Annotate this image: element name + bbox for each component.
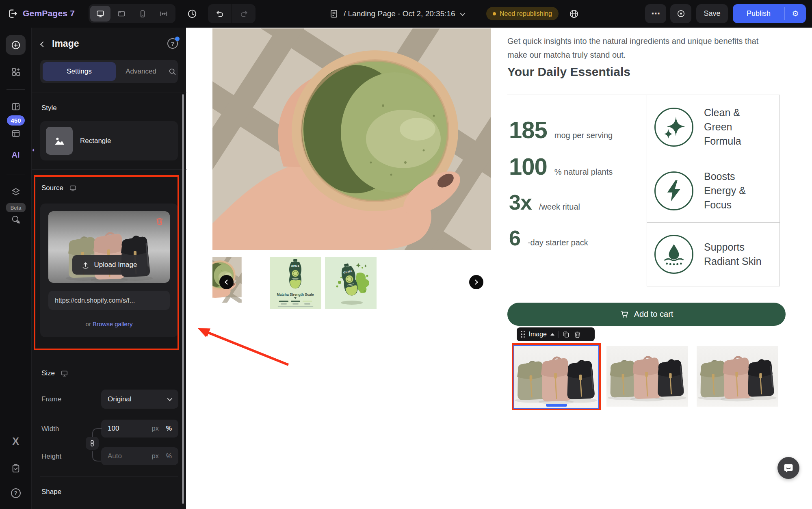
style-value: Rectangle [80, 137, 111, 145]
stat-label: /week ritual [539, 202, 580, 212]
feature-title: Clean & Green Formula [704, 106, 753, 148]
upload-image-button[interactable]: Upload Image [72, 255, 146, 275]
add-to-cart-button[interactable]: Add to cart [507, 303, 786, 326]
browse-gallery-link[interactable]: Browse gallery [93, 321, 132, 327]
brand-title: GemPages 7 [23, 9, 75, 18]
thumb-splash-image [325, 257, 377, 309]
breadcrumb[interactable]: / Landing Page - Oct 2, 20:35:16 [329, 7, 464, 20]
image-url-input[interactable] [55, 297, 163, 304]
source-card: Upload Image or Browse gallery [40, 204, 178, 337]
gempages-logo-icon[interactable] [7, 8, 18, 19]
preview-button[interactable] [670, 4, 691, 23]
undo-redo-group [208, 4, 256, 23]
link-dimensions-toggle[interactable] [86, 437, 99, 450]
ai-tool-button[interactable]: AI [0, 150, 31, 160]
width-unit-px[interactable]: px [152, 425, 159, 432]
sparkle-icon [31, 148, 35, 152]
divider [558, 331, 559, 338]
width-field[interactable]: px % [101, 420, 178, 438]
delete-icon[interactable] [574, 331, 581, 338]
selected-image-frame [513, 345, 599, 409]
blocks-icon[interactable] [11, 67, 21, 77]
thumb-pouch-image: Matcha Strength Scale [270, 257, 321, 309]
height-unit-percent[interactable]: % [166, 453, 172, 460]
stat-label: mog per serving [554, 131, 613, 140]
stat-row[interactable]: 185 mog per serving [509, 116, 613, 143]
gear-icon: ⚙ [792, 9, 799, 18]
image-url-field[interactable] [48, 291, 170, 310]
feature-card-radiant-skin[interactable]: Supports Radiant Skin [647, 222, 780, 286]
x-app-icon[interactable]: X [12, 435, 19, 447]
drag-handle-icon[interactable] [521, 331, 525, 338]
frame-dropdown[interactable]: Original [101, 390, 178, 409]
bolt-icon [654, 171, 693, 210]
section-heading[interactable]: Your Daily Essentials [507, 65, 630, 79]
product-image-2[interactable] [606, 346, 688, 407]
chat-widget-button[interactable] [777, 457, 799, 479]
panel-help-button[interactable]: ? [167, 38, 178, 49]
tab-settings[interactable]: Settings [43, 62, 116, 81]
search-icon[interactable] [168, 67, 177, 76]
pages-icon[interactable] [11, 102, 21, 112]
device-responsive-icon[interactable] [154, 6, 174, 22]
feature-card-clean-green[interactable]: Clean & Green Formula [647, 95, 780, 159]
stats-list[interactable]: 185 mog per serving 100 % natural plants… [507, 95, 647, 286]
layers-icon[interactable] [11, 187, 21, 197]
stat-value: 185 [509, 116, 547, 143]
carousel-next-button[interactable] [469, 275, 483, 289]
globe-icon[interactable] [569, 9, 579, 19]
stat-row[interactable]: 6 -day starter pack [509, 226, 588, 250]
device-tablet-icon[interactable] [111, 6, 132, 22]
history-icon[interactable] [187, 9, 197, 19]
height-field[interactable]: px % [101, 447, 178, 465]
device-mobile-icon[interactable] [132, 6, 153, 22]
publish-button[interactable]: Publish [733, 4, 784, 23]
width-input[interactable] [108, 425, 139, 433]
image-preview[interactable]: Upload Image [48, 211, 170, 283]
height-unit-px[interactable]: px [152, 453, 159, 460]
back-button[interactable] [40, 41, 46, 47]
duplicate-icon[interactable] [562, 331, 570, 338]
tab-advanced[interactable]: Advanced [118, 62, 164, 81]
resize-handle[interactable] [546, 404, 567, 407]
divider [40, 476, 178, 477]
gallery-thumb-pouch-splash[interactable] [325, 257, 377, 309]
style-selector[interactable]: Rectangle [40, 121, 178, 160]
element-type-label: Image [529, 331, 547, 338]
beta-badge: Beta [6, 203, 26, 212]
help-button[interactable]: ? [11, 488, 21, 498]
or-label: or [86, 321, 91, 327]
save-label: Save [704, 9, 720, 18]
height-input[interactable] [108, 452, 139, 460]
product-image-3[interactable] [697, 346, 778, 407]
stat-value: 6 [509, 226, 520, 250]
stat-row[interactable]: 3x /week ritual [509, 190, 580, 214]
interactions-icon[interactable] [11, 214, 21, 225]
pouch-caption-text: Matcha Strength Scale [277, 292, 314, 297]
carousel-prev-button[interactable] [219, 275, 234, 289]
templates-icon[interactable] [11, 128, 21, 139]
panel-scrollbar[interactable] [182, 94, 184, 504]
chat-bubble-icon [783, 463, 794, 473]
more-options-button[interactable]: ⋯ [645, 4, 666, 23]
width-unit-percent[interactable]: % [166, 425, 172, 432]
add-element-button[interactable] [6, 35, 26, 55]
remove-image-button[interactable] [155, 217, 164, 225]
feature-card-energy-focus[interactable]: Boosts Energy & Focus [647, 159, 780, 222]
feature-cards: Clean & Green Formula Boosts Energy & Fo… [647, 95, 780, 286]
save-button[interactable]: Save [696, 4, 728, 23]
device-desktop-icon[interactable] [90, 6, 110, 22]
publish-settings-button[interactable]: ⚙ [785, 4, 806, 23]
checklist-icon[interactable] [11, 463, 21, 473]
stat-row[interactable]: 100 % natural plants [509, 153, 613, 180]
caret-up-icon[interactable] [550, 333, 554, 336]
stat-label: % natural plants [554, 167, 613, 177]
gallery-thumb-pouch-scale[interactable]: Matcha Strength Scale [270, 257, 321, 309]
tab-settings-label: Settings [67, 67, 91, 76]
selected-image-element[interactable] [512, 343, 601, 410]
main-product-image[interactable] [212, 28, 491, 250]
divider [32, 169, 186, 170]
intro-paragraph[interactable]: Get quick insights into the natural ingr… [507, 34, 773, 62]
redo-button[interactable] [232, 4, 256, 23]
undo-button[interactable] [208, 4, 232, 23]
